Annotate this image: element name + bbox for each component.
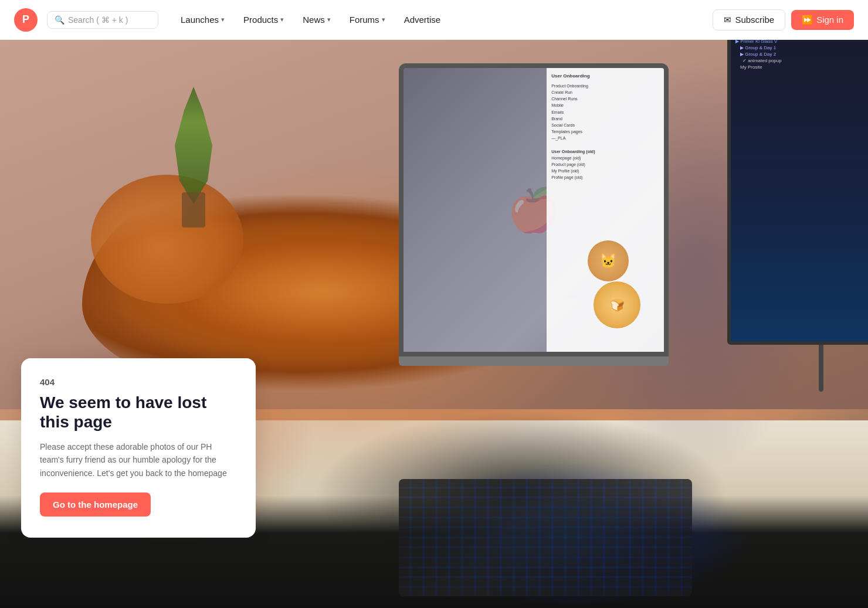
signin-icon: ⏩ xyxy=(802,15,813,25)
chevron-down-icon: ▾ xyxy=(221,16,225,23)
search-icon: 🔍 xyxy=(55,15,65,25)
nav-news-label: News xyxy=(303,15,325,25)
chevron-down-icon: ▾ xyxy=(280,16,284,23)
nav-products-label: Products xyxy=(243,15,278,25)
nav-item-launches[interactable]: Launches ▾ xyxy=(172,10,233,29)
error-title: We seem to have lost this page xyxy=(40,393,237,432)
laptop-base xyxy=(399,356,669,366)
nav-item-news[interactable]: News ▾ xyxy=(294,10,339,29)
chevron-down-icon: ▾ xyxy=(327,16,331,23)
error-description: Please accept these adorable photos of o… xyxy=(40,440,237,480)
hero-section: 🍎 User Onboarding Product Onboarding Cre… xyxy=(0,40,868,608)
subscribe-label: Subscribe xyxy=(735,15,774,25)
cat-head-layer xyxy=(91,175,243,304)
plant-pot xyxy=(182,192,205,227)
monitor-stand xyxy=(819,345,823,392)
laptop-image: 🍎 User Onboarding Product Onboarding Cre… xyxy=(399,63,680,392)
logo[interactable]: P xyxy=(14,8,38,32)
nav-links: Launches ▾ Products ▾ News ▾ Forums ▾ Ad… xyxy=(172,10,449,29)
monitor-image: Layers panel Primer Ki ▶ Primer Ki Glass… xyxy=(727,40,868,427)
search-box[interactable]: 🔍 Search ( ⌘ + k ) xyxy=(47,11,158,29)
nav-item-advertise[interactable]: Advertise xyxy=(396,10,449,29)
laptop-sticker-cat: 🐱 xyxy=(588,240,629,281)
nav-item-products[interactable]: Products ▾ xyxy=(235,10,292,29)
nav-item-forums[interactable]: Forums ▾ xyxy=(341,10,394,29)
go-to-homepage-button[interactable]: Go to the homepage xyxy=(40,492,151,517)
error-code: 404 xyxy=(40,377,237,387)
laptop-sticker-epic: 🍞 xyxy=(594,281,640,328)
subscribe-button[interactable]: ✉ Subscribe xyxy=(713,9,785,30)
navbar: P 🔍 Search ( ⌘ + k ) Launches ▾ Products… xyxy=(0,0,868,40)
nav-right: ✉ Subscribe ⏩ Sign in xyxy=(713,9,854,30)
search-placeholder: Search ( ⌘ + k ) xyxy=(68,15,128,25)
logo-letter: P xyxy=(22,13,29,26)
keyboard-image xyxy=(399,479,692,596)
monitor-ui-content: Layers panel Primer Ki ▶ Primer Ki Glass… xyxy=(731,40,868,76)
error-card: 404 We seem to have lost this page Pleas… xyxy=(21,358,256,538)
subscribe-icon: ✉ xyxy=(724,15,731,25)
nav-forums-label: Forums xyxy=(350,15,379,25)
signin-label: Sign in xyxy=(816,15,843,25)
nav-launches-label: Launches xyxy=(181,15,219,25)
chevron-down-icon: ▾ xyxy=(382,16,385,23)
nav-advertise-label: Advertise xyxy=(404,15,441,25)
signin-button[interactable]: ⏩ Sign in xyxy=(791,10,854,30)
